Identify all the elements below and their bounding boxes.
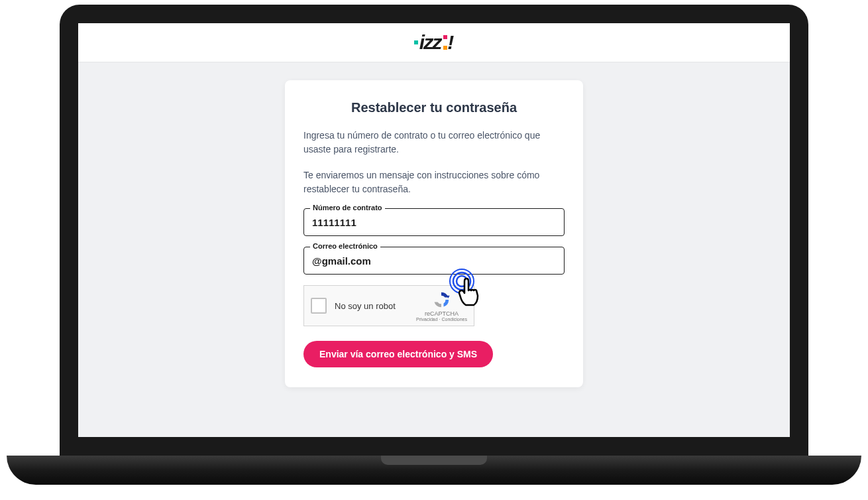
card-title: Restablecer tu contraseña bbox=[303, 100, 565, 115]
recaptcha-widget: No soy un robot reCAPTCHA Privacidad · C… bbox=[303, 285, 474, 326]
logo-text: izz bbox=[419, 31, 441, 54]
contract-field-group: Número de contrato bbox=[303, 208, 565, 236]
reset-password-card: Restablecer tu contraseña Ingresa tu núm… bbox=[285, 80, 583, 387]
laptop-screen: izz ! Restablecer tu contraseña Ingresa … bbox=[78, 23, 790, 437]
laptop-bezel: izz ! Restablecer tu contraseña Ingresa … bbox=[60, 5, 808, 456]
recaptcha-icon bbox=[432, 290, 451, 309]
recaptcha-checkbox[interactable] bbox=[311, 298, 327, 314]
laptop-base bbox=[7, 456, 861, 485]
email-input[interactable] bbox=[303, 247, 565, 275]
email-field-group: Correo electrónico bbox=[303, 247, 565, 275]
laptop-mockup: izz ! Restablecer tu contraseña Ingresa … bbox=[13, 5, 855, 495]
recaptcha-terms: Privacidad · Condiciones bbox=[416, 317, 467, 322]
logo-dot-teal bbox=[414, 40, 418, 44]
instruction-text-1: Ingresa tu número de contrato o tu corre… bbox=[303, 129, 565, 156]
logo-exclaim: ! bbox=[447, 31, 454, 54]
recaptcha-brand: reCAPTCHA bbox=[425, 310, 459, 317]
email-label: Correo electrónico bbox=[310, 242, 380, 250]
recaptcha-branding: reCAPTCHA Privacidad · Condiciones bbox=[416, 290, 467, 322]
recaptcha-text: No soy un robot bbox=[335, 301, 416, 311]
izzi-logo: izz ! bbox=[414, 31, 454, 54]
main-content: Restablecer tu contraseña Ingresa tu núm… bbox=[78, 62, 790, 387]
instruction-text-2: Te enviaremos un mensaje con instruccion… bbox=[303, 168, 565, 196]
laptop-notch bbox=[381, 456, 487, 465]
contract-label: Número de contrato bbox=[310, 204, 385, 212]
submit-button[interactable]: Enviar vía correo electrónico y SMS bbox=[303, 341, 493, 367]
contract-input[interactable] bbox=[303, 208, 565, 236]
page-header: izz ! bbox=[78, 23, 790, 62]
